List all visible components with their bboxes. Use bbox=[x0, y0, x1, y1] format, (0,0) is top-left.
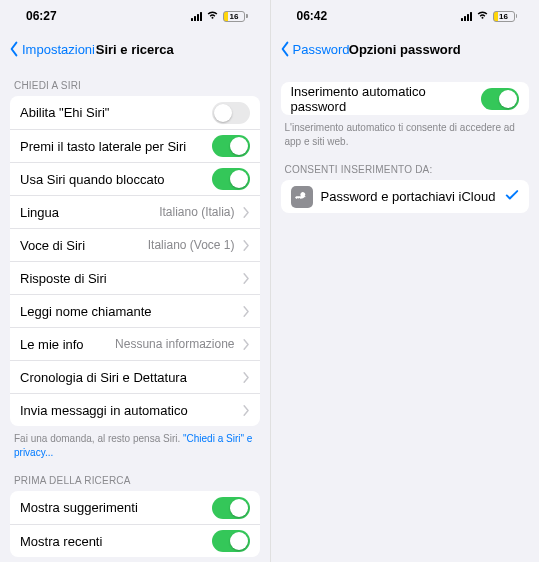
check-icon bbox=[505, 188, 519, 205]
row-autofill-passwords[interactable]: Inserimento automatico password bbox=[281, 82, 530, 115]
chevron-right-icon bbox=[243, 372, 250, 383]
chevron-right-icon bbox=[243, 240, 250, 251]
cellular-icon bbox=[461, 12, 472, 21]
back-button[interactable]: Password bbox=[279, 41, 350, 57]
row-siri-locked[interactable]: Usa Siri quando bloccato bbox=[10, 162, 260, 195]
section-header-apple-content: CONTENUTI DA APPLE bbox=[0, 557, 270, 562]
status-bar: 06:42 16 bbox=[271, 0, 540, 32]
toggle-show-recents[interactable] bbox=[212, 530, 250, 552]
back-label: Impostazioni bbox=[22, 42, 95, 57]
status-time: 06:42 bbox=[297, 9, 328, 23]
chevron-left-icon bbox=[8, 41, 20, 57]
screen-password-options: 06:42 16 Password Opzioni password bbox=[270, 0, 540, 562]
status-time: 06:27 bbox=[26, 9, 57, 23]
row-siri-history[interactable]: Cronologia di Siri e Dettatura bbox=[10, 360, 260, 393]
wifi-icon bbox=[476, 10, 489, 22]
chevron-right-icon bbox=[243, 273, 250, 284]
toggle-hey-siri[interactable] bbox=[212, 102, 250, 124]
row-language[interactable]: Lingua Italiano (Italia) bbox=[10, 195, 260, 228]
toggle-siri-locked[interactable] bbox=[212, 168, 250, 190]
chevron-right-icon bbox=[243, 306, 250, 317]
status-bar: 06:27 16 bbox=[0, 0, 270, 32]
section-header-siri: CHIEDI A SIRI bbox=[0, 66, 270, 96]
chevron-right-icon bbox=[243, 339, 250, 350]
battery-icon: 16 bbox=[493, 11, 518, 22]
row-show-suggestions[interactable]: Mostra suggerimenti bbox=[10, 491, 260, 524]
wifi-icon bbox=[206, 10, 219, 22]
row-icloud-keychain[interactable]: Password e portachiavi iCloud bbox=[281, 180, 530, 213]
row-siri-responses[interactable]: Risposte di Siri bbox=[10, 261, 260, 294]
section-footer-autofill: L'inserimento automatico ti consente di … bbox=[271, 115, 540, 150]
toggle-autofill-passwords[interactable] bbox=[481, 88, 519, 110]
cellular-icon bbox=[191, 12, 202, 21]
screen-siri-settings: 06:27 16 Impostazioni Siri e ricerca CHI… bbox=[0, 0, 270, 562]
chevron-right-icon bbox=[243, 207, 250, 218]
section-header-allow-from: CONSENTI INSERIMENTO DA: bbox=[271, 150, 540, 180]
row-siri-voice[interactable]: Voce di Siri Italiano (Voce 1) bbox=[10, 228, 260, 261]
row-auto-send-messages[interactable]: Invia messaggi in automatico bbox=[10, 393, 260, 426]
row-side-button-siri[interactable]: Premi il tasto laterale per Siri bbox=[10, 129, 260, 162]
back-button[interactable]: Impostazioni bbox=[8, 41, 95, 57]
battery-icon: 16 bbox=[223, 11, 248, 22]
chevron-left-icon bbox=[279, 41, 291, 57]
nav-bar: Impostazioni Siri e ricerca bbox=[0, 32, 270, 66]
toggle-show-suggestions[interactable] bbox=[212, 497, 250, 519]
nav-bar: Password Opzioni password bbox=[271, 32, 540, 66]
chevron-right-icon bbox=[243, 405, 250, 416]
section-header-before-search: PRIMA DELLA RICERCA bbox=[0, 461, 270, 491]
toggle-side-button[interactable] bbox=[212, 135, 250, 157]
back-label: Password bbox=[293, 42, 350, 57]
row-hey-siri[interactable]: Abilita "Ehi Siri" bbox=[10, 96, 260, 129]
key-icon bbox=[291, 186, 313, 208]
section-footer-siri: Fai una domanda, al resto pensa Siri. "C… bbox=[0, 426, 270, 461]
row-my-info[interactable]: Le mie info Nessuna informazione bbox=[10, 327, 260, 360]
row-announce-caller[interactable]: Leggi nome chiamante bbox=[10, 294, 260, 327]
row-show-recents[interactable]: Mostra recenti bbox=[10, 524, 260, 557]
